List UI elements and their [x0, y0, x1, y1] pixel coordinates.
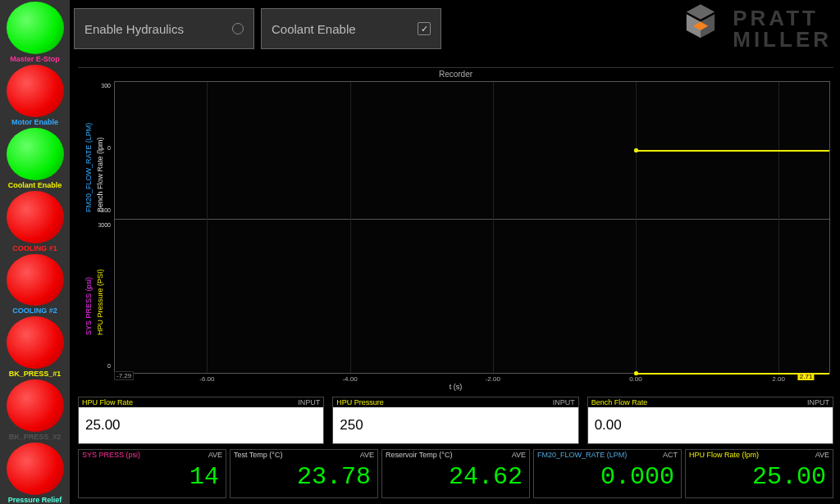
recorder-chart: Recorder FM20_FLOW_RATE (LPM) Bench Flow…: [78, 67, 833, 393]
readout-label: Test Temp (°C): [234, 451, 282, 459]
indicator-label: COOLING #2: [1, 306, 70, 315]
yaxis-label: FM20_FLOW_RATE (LPM): [84, 123, 93, 212]
readout-label: SYS PRESS (psi): [82, 451, 140, 459]
input-label: HPU Flow Rate: [82, 398, 133, 406]
xtick: 2.71: [798, 373, 815, 380]
readout-tag: AVE: [360, 451, 374, 459]
status-sidebar: Master E-Stop Motor Enable Coolant Enabl…: [0, 0, 70, 504]
brand-logo: PRATT MILLER: [673, 0, 832, 57]
logo-text: PRATT MILLER: [733, 7, 832, 50]
input-row: HPU Flow RateINPUT HPU PressureINPUT Ben…: [78, 397, 833, 444]
logo-line2: MILLER: [733, 29, 832, 50]
readout-label: HPU Flow Rate (lpm): [689, 451, 759, 459]
readout-label: Reservoir Temp (°C): [386, 451, 452, 459]
input-tag: INPUT: [553, 398, 575, 406]
logo-line1: PRATT: [733, 7, 832, 29]
readout-test-temp: Test Temp (°C)AVE 23.78: [230, 449, 378, 498]
readout-tag: ACT: [663, 451, 678, 459]
xtick: -7.29: [114, 371, 134, 380]
indicator-motor-enable: [7, 65, 64, 117]
yaxis-label: HPU Pressure (PSI): [96, 269, 104, 335]
readout-value: 25.00: [686, 460, 833, 497]
readout-value: 23.78: [231, 460, 377, 497]
toggle-label: Enable Hydraulics: [84, 22, 184, 36]
indicator-coolant-enable: [7, 128, 64, 180]
chart-title: Recorder: [78, 68, 833, 80]
readout-tag: AVE: [815, 451, 829, 459]
indicator-bk-press-1: [7, 316, 64, 369]
indicator-label: Master E-Stop: [1, 55, 70, 63]
readout-label: FM20_FLOW_RATE (LPM): [537, 451, 627, 459]
yaxis-label: SYS PRESS (psi): [84, 277, 93, 335]
input-label: HPU Pressure: [336, 398, 384, 406]
indicator-cooling-2: [7, 254, 64, 306]
input-tag: INPUT: [298, 398, 320, 406]
readout-tag: AVE: [512, 451, 526, 459]
unchecked-icon: [232, 23, 244, 34]
readout-value: 0.000: [534, 460, 681, 497]
hpu-flow-rate-field[interactable]: [79, 407, 323, 443]
input-hpu-pressure: HPU PressureINPUT: [332, 397, 578, 444]
input-hpu-flow-rate: HPU Flow RateINPUT: [78, 397, 324, 444]
toggle-label: Coolant Enable: [272, 22, 356, 36]
indicator-master-estop: [7, 2, 64, 54]
hpu-pressure-field[interactable]: [333, 407, 578, 443]
input-label: Bench Flow Rate: [591, 398, 648, 406]
indicator-label: BK_PRESS_#1: [1, 370, 70, 378]
enable-hydraulics-toggle[interactable]: Enable Hydraulics: [74, 8, 254, 49]
checked-icon: ✓: [418, 22, 431, 35]
indicator-pressure-relief: [7, 443, 64, 495]
coolant-enable-toggle[interactable]: Coolant Enable ✓: [261, 8, 441, 49]
readout-hpu-flow: HPU Flow Rate (lpm)AVE 25.00: [685, 449, 833, 498]
readout-value: 24.62: [382, 460, 529, 497]
readout-value: 14: [79, 460, 226, 497]
chart-plot-area[interactable]: -6.00-4.00-2.000.002.00: [114, 81, 830, 374]
indicator-label: BK_PRESS_#2: [1, 433, 70, 441]
chart-xlabel: t (s): [78, 383, 833, 391]
readout-fm20-flow: FM20_FLOW_RATE (LPM)ACT 0.000: [533, 449, 682, 498]
input-tag: INPUT: [807, 398, 829, 406]
readout-row: SYS PRESS (psi)AVE 14 Test Temp (°C)AVE …: [78, 449, 833, 498]
bench-flow-rate-field[interactable]: [588, 407, 833, 443]
readout-reservoir-temp: Reservoir Temp (°C)AVE 24.62: [381, 449, 530, 498]
indicator-label: COOLING #1: [1, 244, 70, 252]
input-bench-flow-rate: Bench Flow RateINPUT: [587, 397, 833, 444]
indicator-label: Motor Enable: [1, 118, 70, 126]
indicator-label: Coolant Enable: [1, 181, 70, 189]
readout-tag: AVE: [208, 451, 222, 459]
indicator-bk-press-2: [7, 379, 64, 432]
indicator-cooling-1: [7, 191, 64, 243]
readout-sys-press: SYS PRESS (psi)AVE 14: [78, 449, 226, 498]
logo-mark-icon: [673, 0, 728, 57]
indicator-label: Pressure Relief: [1, 496, 70, 504]
chart-y-axes: FM20_FLOW_RATE (LPM) Bench Flow Rate (lp…: [78, 81, 114, 374]
